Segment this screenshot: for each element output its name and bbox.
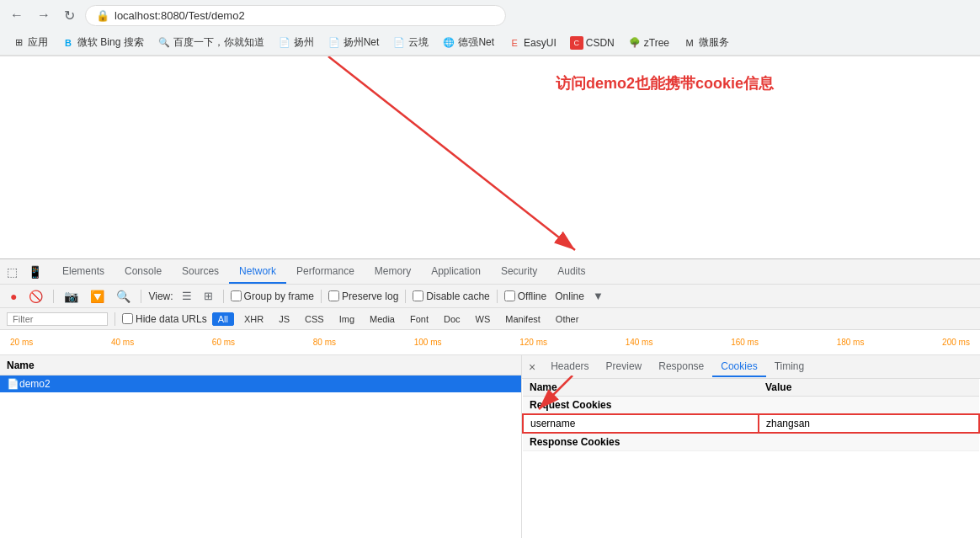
offline-label: Offline: [518, 290, 546, 302]
filter-img-button[interactable]: Img: [334, 313, 360, 325]
back-button[interactable]: ←: [7, 4, 27, 26]
bookmark-deqiangnet-label: 德强Net: [458, 35, 494, 50]
bookmark-bing[interactable]: B 微软 Bing 搜索: [56, 34, 149, 51]
filter-css-button[interactable]: CSS: [300, 313, 329, 325]
tree-view-icon[interactable]: ⊞: [200, 288, 216, 304]
disable-cache-checkbox[interactable]: Disable cache: [413, 290, 489, 302]
list-view-icon[interactable]: ☰: [178, 288, 195, 304]
tab-network[interactable]: Network: [229, 260, 286, 284]
request-item-demo2[interactable]: 📄 demo2: [0, 376, 521, 392]
group-by-frame-checkbox[interactable]: Group by frame: [231, 290, 314, 302]
detail-tab-timing[interactable]: Timing: [766, 357, 813, 377]
refresh-button[interactable]: ↻: [61, 4, 78, 27]
bookmark-easyui-label: EasyUI: [524, 37, 557, 49]
tab-application[interactable]: Application: [421, 260, 491, 284]
cookie-value-zhangsan: zhangsan: [759, 414, 979, 433]
cookies-value-col-header: Value: [759, 379, 979, 397]
record-button[interactable]: ●: [7, 288, 20, 305]
bing-icon: B: [61, 36, 75, 50]
filter-all-button[interactable]: All: [212, 312, 234, 326]
doc-icon-1: 📄: [278, 36, 291, 50]
page-content: 访问demo2也能携带cookie信息: [0, 56, 980, 258]
devtools-mobile-icon[interactable]: 📱: [24, 264, 45, 280]
filter-ws-button[interactable]: WS: [471, 313, 496, 325]
hide-data-urls-checkbox[interactable]: Hide data URLs: [122, 313, 207, 325]
filter-other-button[interactable]: Other: [551, 313, 584, 325]
camera-button[interactable]: 📷: [61, 288, 82, 305]
bookmark-deqiangnet[interactable]: 🌐 德强Net: [437, 34, 499, 51]
bookmark-apps-label: 应用: [28, 35, 48, 50]
offline-checkbox[interactable]: Offline: [504, 290, 546, 302]
filter-xhr-button[interactable]: XHR: [239, 313, 269, 325]
bookmark-yangzhounet-label: 扬州Net: [344, 35, 380, 50]
lock-icon: 🔒: [96, 9, 109, 22]
search-button[interactable]: 🔍: [113, 288, 134, 305]
bookmark-yunjing[interactable]: 📄 云境: [387, 34, 434, 51]
bookmark-ztree-label: zTree: [644, 37, 669, 49]
tab-elements[interactable]: Elements: [52, 260, 115, 284]
preserve-log-label: Preserve log: [342, 290, 398, 302]
stop-button[interactable]: 🚫: [25, 288, 46, 305]
detail-tab-preview[interactable]: Preview: [598, 357, 651, 377]
timeline-180ms: 180 ms: [837, 338, 865, 347]
tab-memory[interactable]: Memory: [365, 260, 421, 284]
preserve-log-checkbox[interactable]: Preserve log: [328, 290, 398, 302]
response-cookies-header: Response Cookies: [523, 433, 979, 451]
bookmark-easyui[interactable]: E EasyUI: [503, 35, 562, 51]
detail-tab-response[interactable]: Response: [650, 357, 712, 377]
filter-button[interactable]: 🔽: [87, 288, 108, 305]
timeline-120ms: 120 ms: [519, 338, 547, 347]
toolbar-sep-4: [321, 290, 322, 303]
bookmark-microservice[interactable]: M 微服务: [678, 34, 734, 51]
forward-button[interactable]: →: [34, 4, 54, 26]
tab-audits[interactable]: Audits: [547, 260, 595, 284]
cookies-table: Name Value Request Cookies username zhan…: [522, 379, 980, 451]
bookmark-baidu[interactable]: 🔍 百度一下，你就知道: [152, 34, 269, 51]
tab-security[interactable]: Security: [491, 260, 547, 284]
bookmark-yangzhou[interactable]: 📄 扬州: [273, 34, 319, 51]
address-bar[interactable]: 🔒 localhost:8080/Test/demo2: [85, 5, 506, 26]
bookmark-baidu-label: 百度一下，你就知道: [173, 35, 264, 50]
timeline-60ms: 60 ms: [212, 338, 235, 347]
filter-sep: [115, 312, 115, 326]
online-label: Online: [555, 290, 584, 302]
view-label: View:: [148, 290, 173, 302]
toolbar-sep-6: [497, 290, 498, 303]
table-row: username zhangsan: [523, 414, 979, 433]
filter-doc-button[interactable]: Doc: [439, 313, 466, 325]
close-detail-button[interactable]: ×: [529, 360, 535, 374]
request-cookies-header: Request Cookies: [523, 397, 979, 415]
filter-media-button[interactable]: Media: [365, 313, 400, 325]
filter-font-button[interactable]: Font: [405, 313, 434, 325]
devtools-inspect-icon[interactable]: ⬚: [3, 264, 21, 280]
bookmarks-bar: ⊞ 应用 B 微软 Bing 搜索 🔍 百度一下，你就知道 📄 扬州 📄 扬州N…: [0, 30, 980, 56]
svg-line-1: [328, 56, 575, 250]
cookies-panel: Name Value Request Cookies username zhan…: [522, 379, 980, 538]
bookmark-yangzhou-label: 扬州: [294, 35, 314, 50]
bookmark-yunjing-label: 云境: [408, 35, 429, 50]
detail-tab-cookies[interactable]: Cookies: [712, 357, 765, 377]
detail-tab-headers[interactable]: Headers: [542, 357, 597, 377]
network-dropdown[interactable]: ▼: [589, 288, 607, 304]
tab-console[interactable]: Console: [115, 260, 172, 284]
devtools-panel: ⬚ 📱 Elements Console Sources Network Per…: [0, 258, 980, 538]
filter-js-button[interactable]: JS: [274, 313, 295, 325]
timeline-80ms: 80 ms: [313, 338, 336, 347]
timeline-200ms: 200 ms: [942, 338, 970, 347]
filter-manifest-button[interactable]: Manifest: [500, 313, 546, 325]
name-column-label: Name: [7, 360, 35, 371]
bookmark-csdn[interactable]: C CSDN: [565, 35, 620, 51]
bookmark-ztree[interactable]: 🌳 zTree: [623, 35, 674, 51]
annotation-text: 访问demo2也能携带cookie信息: [556, 73, 774, 93]
tab-sources[interactable]: Sources: [172, 260, 229, 284]
bookmark-microservice-label: 微服务: [699, 35, 729, 50]
name-header: Name: [0, 355, 521, 376]
tab-performance[interactable]: Performance: [286, 260, 365, 284]
bookmark-bing-label: 微软 Bing 搜索: [77, 35, 144, 50]
timeline-40ms: 40 ms: [111, 338, 134, 347]
filter-input[interactable]: [7, 312, 108, 326]
bookmark-apps[interactable]: ⊞ 应用: [7, 34, 53, 51]
annotation-arrows: [0, 56, 980, 258]
bookmark-yangzhounet[interactable]: 📄 扬州Net: [322, 34, 385, 51]
network-toolbar: ● 🚫 📷 🔽 🔍 View: ☰ ⊞ Group by frame Prese…: [0, 285, 980, 308]
